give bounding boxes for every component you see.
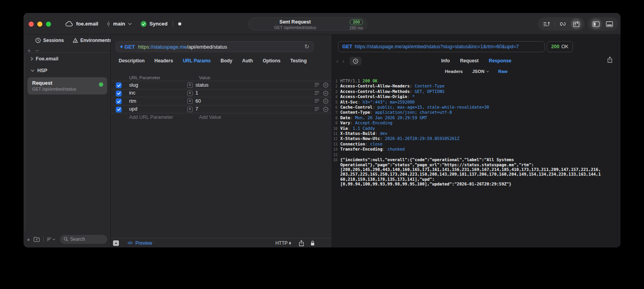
sidebar-tab-sessions[interactable]: Sessions [35,38,64,43]
method-label[interactable]: GET [124,44,135,50]
subtab-headers[interactable]: Headers [445,69,463,74]
line-number: 14 [332,147,338,152]
expand-panel-icon[interactable]: ▲ [113,240,119,246]
zoom-window-button[interactable] [46,22,51,27]
add-param-name-placeholder[interactable]: Add URL Parameter [129,115,173,120]
param-value[interactable]: 1 [195,90,198,96]
sort-export-icon[interactable] [541,18,552,29]
param-operator-badge[interactable]: = [187,82,193,88]
param-checkbox[interactable] [116,82,122,88]
close-window-button[interactable] [29,22,34,27]
response-status-text: OK [561,44,568,49]
tab-body[interactable]: Body [221,58,232,64]
remove-param-icon[interactable] [323,107,328,112]
tab-response[interactable]: Response [489,58,511,64]
param-value[interactable]: status [195,82,208,88]
minimize-window-button[interactable] [37,22,42,27]
sidebar-tab-environments[interactable]: Environments [73,38,112,43]
code-line: 5Alt-Svc: h3=":443"; ma=2592000 [332,100,619,105]
params-table: slug = status inc = 1 [111,81,332,121]
param-description-icon[interactable] [314,107,319,112]
toggle-sidebar-icon[interactable] [591,18,602,29]
tree-item-foe-email[interactable]: Foe.email [25,53,110,65]
line-number: 8 [332,115,338,120]
sort-list-icon[interactable] [47,237,55,242]
sidebar-footer: + [24,231,110,247]
toggle-bottom-panel-icon[interactable] [604,18,615,29]
git-branch-icon [107,21,110,27]
line-number: 9 [332,120,338,125]
param-checkbox[interactable] [116,107,122,113]
param-operator-badge[interactable]: = [187,98,193,104]
request-list-item-selected[interactable]: Request GET /api/embed/status [27,77,107,95]
param-row-slug[interactable]: slug = status [111,81,332,89]
activity-pill[interactable]: Sent Request GET /api/embed/status 200 2… [248,17,367,31]
code-line: 13Connection: close [332,142,619,147]
share-icon[interactable] [299,240,304,246]
chevron-down-icon [31,69,35,72]
param-checkbox[interactable] [116,98,122,104]
project-name[interactable]: foe.email [76,21,98,27]
export-response-icon[interactable] [607,56,613,63]
param-name[interactable]: rtm [129,98,136,104]
remove-param-icon[interactable] [323,91,328,96]
line-content: Cache-Control: public, max-age=15, stale… [340,105,489,110]
response-body[interactable]: 1HTTP/1.1 200 OK2Access-Control-Allow-He… [332,78,619,247]
sync-status-label[interactable]: Synced [150,21,168,27]
tab-options[interactable]: Options [263,58,280,64]
tab-headers[interactable]: Headers [155,58,173,64]
branch-name[interactable]: main [113,21,125,27]
param-description-icon[interactable] [314,91,319,96]
new-folder-icon[interactable] [33,236,40,242]
unsaved-indicator-dot [178,22,181,25]
param-checkbox[interactable] [116,91,122,96]
subtab-raw[interactable]: Raw [498,69,508,74]
param-row-inc[interactable]: inc = 1 [111,89,332,97]
param-name[interactable]: upd [129,106,137,112]
search-input[interactable] [70,236,104,242]
response-status-code: 200 [551,44,560,49]
param-name[interactable]: slug [129,82,138,88]
param-value[interactable]: 60 [195,98,201,104]
param-operator-badge[interactable]: = [187,91,193,96]
url-path: /api/embed/status [187,44,227,50]
lock-icon[interactable] [310,240,315,246]
send-refresh-icon[interactable]: ↻ [304,43,309,50]
param-row-upd[interactable]: upd = 7 [111,105,332,113]
request-cycle-icon[interactable] [571,18,582,29]
tab-request[interactable]: Request [460,58,478,64]
add-param-row[interactable]: Add URL Parameter Add Value [111,113,332,121]
param-value[interactable]: 7 [195,106,198,112]
subtab-json[interactable]: JSON [472,69,489,74]
param-name[interactable]: inc [129,90,135,96]
tab-description[interactable]: Description [119,58,145,64]
line-content: {"incidents":null,"overall":{"code":"ope… [340,157,601,186]
new-request-button[interactable]: + [27,236,30,243]
tab-url-params[interactable]: URL Params [183,58,211,64]
method-stepper-icon[interactable] [120,45,123,48]
response-url: https://statuspage.me/api/embed/status?s… [355,44,519,49]
tab-info[interactable]: Info [441,58,450,64]
preview-button[interactable]: </> Preview [128,240,152,246]
search-bar[interactable] [60,235,107,244]
param-description-icon[interactable] [314,98,319,104]
sync-loop-icon[interactable] [557,18,568,29]
remove-param-icon[interactable] [323,82,328,88]
code-line: 2Access-Control-Allow-Headers: Content-T… [332,84,619,89]
line-number: 16 [332,157,338,186]
line-number: 6 [332,105,338,110]
response-method-label: GET [342,44,352,49]
tree-item-hsp[interactable]: HSP [25,65,110,76]
line-number: 10 [332,126,338,131]
tab-testing[interactable]: Testing [290,58,307,64]
param-operator-badge[interactable]: = [187,107,193,112]
sent-request-url-box[interactable]: GET https://statuspage.me/api/embed/stat… [338,41,545,52]
request-url-bar[interactable]: GET https://statuspage.me/api/embed/stat… [116,41,314,52]
add-param-value-placeholder[interactable]: Add Value [199,115,221,120]
tab-auth[interactable]: Auth [242,58,253,64]
protocol-selector[interactable]: HTTP [275,240,293,246]
param-description-icon[interactable] [314,82,319,88]
remove-param-icon[interactable] [323,98,328,104]
chevron-down-icon[interactable] [128,23,132,25]
param-row-rtm[interactable]: rtm = 60 [111,97,332,105]
